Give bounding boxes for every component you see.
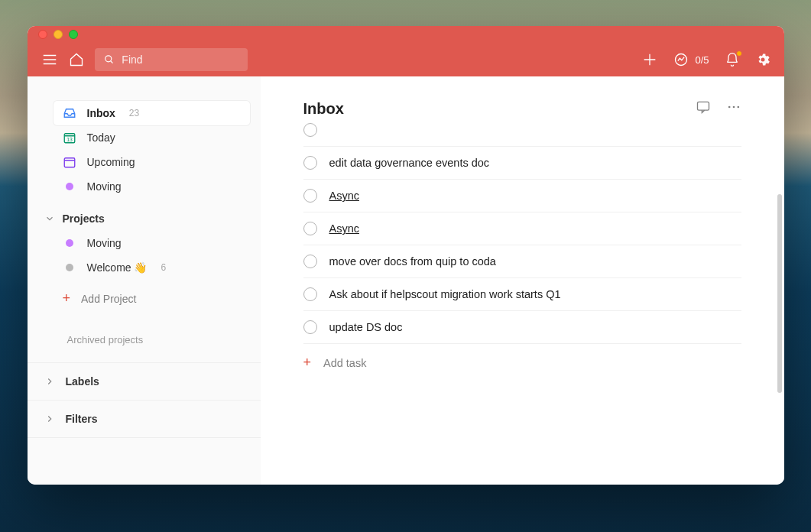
window-zoom-button[interactable] [69, 30, 78, 39]
svg-rect-17 [697, 102, 709, 110]
sidebar-item-count: 23 [129, 108, 139, 118]
labels-header-label: Labels [66, 375, 99, 388]
sidebar-item-label: Today [87, 131, 115, 144]
project-dot-icon [63, 261, 76, 274]
add-project-button[interactable]: + Add Project [28, 280, 261, 313]
sidebar-item-upcoming[interactable]: Upcoming [54, 150, 250, 174]
task-label: Async [329, 190, 360, 202]
productivity-count: 0/5 [695, 54, 709, 66]
sidebar-item-label: Welcome 👋 [87, 261, 148, 274]
chevron-down-icon [44, 213, 55, 224]
sidebar: Inbox 23 13 Today Upcoming [28, 76, 261, 485]
window-minimize-button[interactable] [54, 30, 63, 39]
task-row[interactable]: Ask about if helpscout migration work st… [303, 278, 741, 311]
search-input[interactable] [122, 54, 238, 66]
scrollbar[interactable] [777, 194, 782, 393]
notifications-button[interactable] [725, 52, 740, 67]
add-task-button[interactable] [641, 51, 658, 68]
sidebar-item-today[interactable]: 13 Today [54, 125, 250, 150]
filters-header-label: Filters [66, 413, 98, 425]
sidebar-item-label: Inbox [87, 107, 115, 119]
top-toolbar: 0/5 [28, 43, 784, 76]
svg-point-18 [728, 106, 730, 109]
app-window: 0/5 Inbox 23 [28, 26, 784, 485]
main-panel: Inbox (cut off)edit data governance even… [261, 76, 784, 485]
comment-icon [696, 99, 711, 115]
productivity-button[interactable]: 0/5 [673, 52, 709, 67]
task-list: (cut off)edit data governance events doc… [261, 123, 784, 485]
svg-point-19 [732, 106, 735, 109]
project-dot-icon [63, 180, 76, 193]
task-row[interactable]: Async [303, 212, 741, 245]
sidebar-item-inbox[interactable]: Inbox 23 [54, 101, 250, 125]
sidebar-filters-header[interactable]: Filters [28, 400, 261, 438]
sidebar-projects-header[interactable]: Projects [28, 199, 261, 231]
task-checkbox[interactable] [303, 189, 317, 203]
plus-icon: + [63, 290, 71, 307]
search-icon [104, 54, 115, 66]
chevron-right-icon [44, 414, 55, 424]
plus-icon: + [303, 355, 312, 371]
project-dot-icon [63, 236, 76, 250]
task-checkbox[interactable] [303, 287, 317, 301]
sidebar-item-label: Upcoming [87, 156, 135, 168]
task-row[interactable]: Async [303, 180, 741, 212]
task-label: update DS doc [329, 321, 403, 333]
home-icon[interactable] [69, 52, 84, 67]
more-horizontal-icon [726, 99, 741, 115]
task-row[interactable]: move over docs from quip to coda [303, 245, 741, 278]
titlebar [28, 26, 784, 43]
svg-rect-12 [64, 158, 75, 167]
task-row[interactable]: update DS doc [303, 311, 741, 344]
svg-point-8 [761, 58, 764, 62]
productivity-icon [673, 52, 689, 67]
sidebar-item-label: Moving [87, 180, 122, 193]
task-checkbox[interactable] [303, 320, 317, 334]
add-project-label: Add Project [81, 293, 136, 305]
archived-label: Archived projects [67, 334, 144, 345]
comments-button[interactable] [696, 99, 711, 118]
task-checkbox[interactable] [303, 123, 317, 137]
task-label: move over docs from quip to coda [329, 255, 496, 268]
svg-point-20 [737, 106, 739, 109]
task-checkbox[interactable] [303, 222, 317, 235]
sidebar-labels-header[interactable]: Labels [28, 362, 261, 400]
archived-projects-link[interactable]: Archived projects [28, 313, 261, 362]
calendar-today-icon: 13 [63, 131, 76, 144]
task-row[interactable]: (cut off) [303, 123, 741, 147]
sidebar-project-welcome[interactable]: Welcome 👋 6 [54, 255, 250, 280]
gear-icon [755, 52, 770, 67]
menu-icon[interactable] [41, 51, 58, 68]
sidebar-project-moving[interactable]: Moving [54, 231, 250, 255]
sidebar-favorite-moving[interactable]: Moving [54, 174, 250, 199]
task-label: edit data governance events doc [329, 157, 490, 169]
inbox-icon [63, 106, 76, 120]
task-label: Async [329, 222, 360, 235]
projects-header-label: Projects [63, 212, 105, 225]
task-row[interactable]: edit data governance events doc [303, 147, 741, 180]
search-field[interactable] [95, 48, 248, 71]
svg-line-4 [110, 61, 112, 63]
task-checkbox[interactable] [303, 156, 317, 170]
svg-point-3 [105, 56, 111, 62]
notification-dot-icon [736, 50, 742, 57]
window-close-button[interactable] [38, 30, 47, 39]
task-checkbox[interactable] [303, 255, 317, 268]
traffic-lights [38, 30, 78, 39]
sidebar-item-count: 6 [161, 262, 166, 273]
add-task-inline-button[interactable]: +Add task [303, 344, 741, 381]
settings-button[interactable] [755, 52, 770, 67]
more-button[interactable] [726, 99, 741, 118]
add-task-label: Add task [323, 357, 366, 369]
task-label: Ask about if helpscout migration work st… [329, 288, 561, 300]
chevron-right-icon [44, 376, 55, 387]
page-title: Inbox [303, 100, 344, 118]
calendar-upcoming-icon [63, 155, 76, 169]
svg-text:13: 13 [67, 137, 73, 142]
sidebar-item-label: Moving [87, 237, 122, 249]
